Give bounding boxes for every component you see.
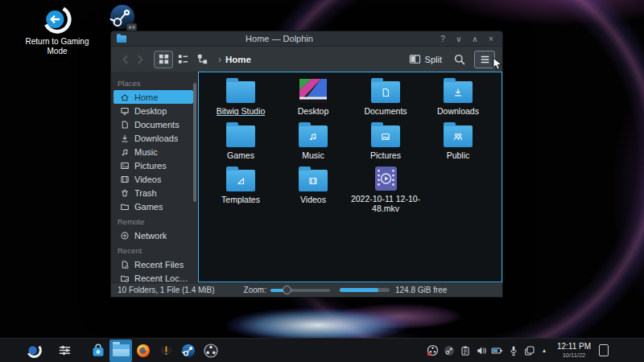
clock-date: 10/11/22 <box>557 352 591 359</box>
split-label: Split <box>425 55 442 64</box>
video-icon <box>120 175 130 184</box>
clipboard-icon <box>460 345 471 356</box>
show-desktop-button[interactable] <box>599 344 609 356</box>
notifications-icon <box>524 345 535 356</box>
speaker-icon <box>476 345 487 356</box>
steam-icon <box>180 343 196 359</box>
sidebar-item-desktop[interactable]: Desktop <box>114 104 193 117</box>
sidebar-scrollbar[interactable] <box>193 83 196 202</box>
task-dolphin-active[interactable] <box>109 339 132 362</box>
close-button[interactable]: × <box>485 35 497 43</box>
expand-tray-button[interactable]: ▴ <box>538 347 551 354</box>
mkv-video-file-icon <box>375 167 397 191</box>
desktop-icon-label: Return to Gaming Mode <box>23 37 92 56</box>
tray-battery[interactable] <box>489 341 506 360</box>
file-item-games[interactable]: Games <box>204 122 277 167</box>
forward-button[interactable] <box>133 51 147 68</box>
zoom-slider[interactable] <box>270 286 330 294</box>
task-obs-studio[interactable] <box>200 339 222 362</box>
digital-clock[interactable]: 12:11 PM 10/11/22 <box>557 343 591 359</box>
sidebar-item-network[interactable]: Network <box>114 228 193 242</box>
compact-view-icon <box>177 53 189 65</box>
file-item-videos[interactable]: Videos <box>277 167 349 211</box>
file-item-video-mkv[interactable]: 2022-10-11 12-10-48.mkv <box>349 167 422 211</box>
compact-view-button[interactable] <box>173 51 192 68</box>
file-item-public[interactable]: Public <box>422 122 494 167</box>
sidebar-item-documents[interactable]: Documents <box>114 117 193 131</box>
trash-icon <box>120 188 130 198</box>
application-launcher-icon <box>26 342 43 359</box>
breadcrumb[interactable]: › Home <box>218 54 251 65</box>
back-button[interactable] <box>118 51 133 68</box>
tray-steam[interactable] <box>441 341 457 360</box>
window-body: Places Home Desktop Documents Downloads … <box>111 72 502 282</box>
file-item-bitwig-studio[interactable]: Bitwig Studio <box>204 78 277 122</box>
steam-icon <box>107 2 139 34</box>
split-view-icon <box>409 53 421 65</box>
window-folder-icon <box>117 35 126 43</box>
minimize-button[interactable]: ∨ <box>453 35 464 43</box>
sidebar-item-recent-files[interactable]: Recent Files <box>114 257 193 271</box>
return-to-gaming-mode-icon <box>41 3 73 35</box>
task-manager <box>87 339 222 362</box>
task-proton-alert-app[interactable] <box>155 339 177 362</box>
sidebar-item-home[interactable]: Home <box>114 90 193 104</box>
sidebar-item-trash[interactable]: Trash <box>114 186 193 200</box>
folder-icon <box>299 125 328 147</box>
folder-icon <box>444 81 473 103</box>
sidebar-item-downloads[interactable]: Downloads <box>114 131 193 145</box>
disk-usage-bar <box>340 288 390 292</box>
system-tray: ▴ 12:11 PM 10/11/22 <box>425 341 639 360</box>
section-header-recent: Recent <box>111 242 198 257</box>
search-button[interactable] <box>453 53 466 66</box>
templates-emblem-icon <box>235 175 246 187</box>
breadcrumb-home[interactable]: Home <box>225 55 251 64</box>
tray-obs-recording[interactable] <box>425 341 441 360</box>
titlebar[interactable]: Home — Dolphin ? ∨ ∧ × <box>111 31 502 47</box>
back-icon <box>120 54 131 65</box>
file-item-downloads[interactable]: Downloads <box>422 78 494 122</box>
games-folder-icon <box>120 202 130 212</box>
document-icon <box>120 120 130 130</box>
hamburger-menu-button[interactable] <box>474 51 495 68</box>
sidebar-item-music[interactable]: Music <box>114 145 193 158</box>
sidebar-item-games[interactable]: Games <box>114 200 193 213</box>
task-steam[interactable] <box>177 339 200 362</box>
maximize-button[interactable]: ∧ <box>469 35 481 43</box>
split-button[interactable]: Split <box>406 51 445 67</box>
obs-icon <box>203 343 219 359</box>
folder-view[interactable]: Bitwig Studio Desktop <box>198 72 502 282</box>
file-item-templates[interactable]: Templates <box>204 167 277 211</box>
tray-notifications[interactable] <box>522 341 538 360</box>
documents-emblem-icon <box>380 87 391 98</box>
desktop-icon <box>120 106 130 116</box>
recent-files-icon <box>120 260 130 269</box>
task-discover[interactable] <box>87 339 109 362</box>
sidebar-item-videos[interactable]: Videos <box>114 172 193 186</box>
zoom-label: Zoom: <box>244 286 266 294</box>
file-item-music[interactable]: Music <box>277 122 349 167</box>
file-item-documents[interactable]: Documents <box>349 78 422 122</box>
details-view-button[interactable] <box>192 51 212 68</box>
sidebar-item-recent-locations[interactable]: Recent Locatio... <box>114 271 193 285</box>
pictures-emblem-icon <box>380 131 391 142</box>
tray-clipboard[interactable] <box>457 341 473 360</box>
task-firefox[interactable] <box>132 339 155 362</box>
file-item-pictures[interactable]: Pictures <box>349 122 422 167</box>
help-button[interactable]: ? <box>437 35 448 43</box>
application-launcher-button[interactable] <box>23 339 45 362</box>
item-count-summary: 10 Folders, 1 File (1.4 MiB) <box>118 286 215 294</box>
icons-view-button[interactable] <box>154 51 173 68</box>
free-space-text: 124.8 GiB free <box>395 286 447 294</box>
hamburger-menu-icon <box>479 54 491 65</box>
tray-microphone[interactable] <box>506 341 522 360</box>
tray-volume[interactable] <box>473 341 489 360</box>
view-mode-group <box>154 51 212 68</box>
music-emblem-icon <box>308 131 319 142</box>
sliders-icon <box>57 343 72 358</box>
panel-settings-button[interactable] <box>53 339 76 362</box>
zoom-slider-handle[interactable] <box>283 286 291 294</box>
sidebar-item-pictures[interactable]: Pictures <box>114 158 193 172</box>
file-item-desktop[interactable]: Desktop <box>277 78 349 122</box>
desktop-icon-return-to-gaming-mode[interactable]: Return to Gaming Mode <box>23 3 92 56</box>
